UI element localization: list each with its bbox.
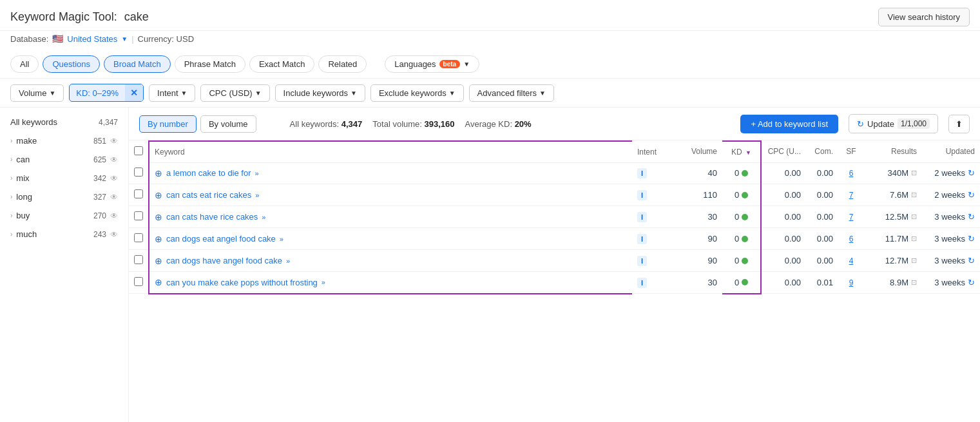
row-checkbox[interactable] xyxy=(134,255,143,264)
sf-link[interactable]: 9 xyxy=(849,278,854,287)
keyword-expand-icon[interactable]: » xyxy=(286,257,290,265)
keyword-link[interactable]: ⊕ can cats have rice cakes » xyxy=(155,212,627,222)
row-checkbox-cell[interactable] xyxy=(129,184,149,206)
sidebar-item-all-keywords[interactable]: All keywords 4,347 xyxy=(3,113,126,131)
row-kd-cell: 0 xyxy=(722,250,761,272)
keywords-table: Keyword Intent Volume KD ▼ CPC (U... Com… xyxy=(129,140,980,294)
col-header-results[interactable]: Results xyxy=(864,141,922,162)
refresh-row-icon[interactable]: ↻ xyxy=(968,234,975,244)
sidebar-count-make: 851 xyxy=(93,137,106,146)
sf-link[interactable]: 7 xyxy=(849,213,854,222)
row-checkbox-cell[interactable] xyxy=(129,228,149,250)
eye-mix-icon[interactable]: 👁 xyxy=(110,174,118,183)
refresh-row-icon[interactable]: ↻ xyxy=(968,168,975,178)
sidebar-item-long[interactable]: › long 327 👁 xyxy=(3,187,126,206)
row-checkbox[interactable] xyxy=(134,168,143,177)
refresh-row-icon[interactable]: ↻ xyxy=(968,256,975,265)
col-header-updated[interactable]: Updated xyxy=(922,141,980,162)
update-button[interactable]: ↻ Update 1/1,000 xyxy=(849,114,938,133)
chevron-make-icon: › xyxy=(10,137,12,144)
tab-phrase-match[interactable]: Phrase Match xyxy=(175,55,245,73)
view-history-button[interactable]: View search history xyxy=(878,8,970,26)
row-sf-cell[interactable]: 9 xyxy=(838,272,864,294)
filter-include-keywords[interactable]: Include keywords ▼ xyxy=(275,84,365,102)
filter-cpc[interactable]: CPC (USD) ▼ xyxy=(200,84,269,102)
row-intent-cell: I xyxy=(632,228,677,250)
keyword-expand-icon[interactable]: » xyxy=(322,278,325,286)
eye-can-icon[interactable]: 👁 xyxy=(110,155,118,164)
tab-related[interactable]: Related xyxy=(318,55,367,73)
col-header-com[interactable]: Com. xyxy=(806,141,838,162)
languages-button[interactable]: Languages beta ▼ xyxy=(385,55,479,73)
row-sf-cell[interactable]: 7 xyxy=(838,206,864,228)
row-sf-cell[interactable]: 6 xyxy=(838,162,864,184)
sort-by-number-button[interactable]: By number xyxy=(139,115,197,133)
eye-much-icon[interactable]: 👁 xyxy=(110,230,118,239)
sidebar-item-buy[interactable]: › buy 270 👁 xyxy=(3,206,126,225)
row-checkbox-cell[interactable] xyxy=(129,162,149,184)
row-checkbox-cell[interactable] xyxy=(129,250,149,272)
row-volume-cell: 40 xyxy=(677,162,722,184)
export-button[interactable]: ⬆ xyxy=(948,115,970,133)
sf-link[interactable]: 6 xyxy=(849,235,854,244)
row-checkbox[interactable] xyxy=(134,233,143,242)
col-header-checkbox[interactable] xyxy=(129,141,149,162)
row-cpc-cell: 0.00 xyxy=(761,228,806,250)
tab-all[interactable]: All xyxy=(10,55,39,73)
refresh-row-icon[interactable]: ↻ xyxy=(968,278,975,287)
refresh-row-icon[interactable]: ↻ xyxy=(968,212,975,222)
keyword-expand-icon[interactable]: » xyxy=(280,235,283,243)
tab-exact-match[interactable]: Exact Match xyxy=(249,55,315,73)
col-header-intent[interactable]: Intent xyxy=(632,141,677,162)
filter-volume[interactable]: Volume ▼ xyxy=(10,84,64,102)
sf-link[interactable]: 6 xyxy=(849,169,854,178)
row-checkbox[interactable] xyxy=(134,211,143,220)
refresh-row-icon[interactable]: ↻ xyxy=(968,190,975,200)
keyword-expand-icon[interactable]: » xyxy=(255,169,259,177)
row-checkbox-cell[interactable] xyxy=(129,206,149,228)
filter-intent[interactable]: Intent ▼ xyxy=(149,84,195,102)
sf-link[interactable]: 4 xyxy=(849,256,854,265)
col-header-cpc[interactable]: CPC (U... xyxy=(761,141,806,162)
row-keyword-cell: ⊕ can cats have rice cakes » xyxy=(149,206,632,228)
filter-exclude-keywords[interactable]: Exclude keywords ▼ xyxy=(370,84,464,102)
row-sf-cell[interactable]: 4 xyxy=(838,250,864,272)
filter-advanced[interactable]: Advanced filters ▼ xyxy=(469,84,554,102)
col-header-sf[interactable]: SF xyxy=(838,141,864,162)
sidebar-item-mix[interactable]: › mix 342 👁 xyxy=(3,169,126,187)
keyword-expand-icon[interactable]: » xyxy=(255,191,259,199)
col-header-kd[interactable]: KD ▼ xyxy=(722,141,761,162)
keyword-expand-icon[interactable]: » xyxy=(262,213,265,221)
sidebar-item-can[interactable]: › can 625 👁 xyxy=(3,150,126,169)
sidebar-item-much[interactable]: › much 243 👁 xyxy=(3,225,126,244)
sort-by-volume-button[interactable]: By volume xyxy=(200,115,256,133)
row-checkbox-cell[interactable] xyxy=(129,272,149,294)
keyword-link[interactable]: ⊕ a lemon cake to die for » xyxy=(155,168,627,178)
chevron-country[interactable]: ▼ xyxy=(121,35,128,43)
eye-make-icon[interactable]: 👁 xyxy=(110,137,118,146)
keyword-link[interactable]: ⊕ can cats eat rice cakes » xyxy=(155,190,627,200)
avg-kd-value: 20% xyxy=(515,119,532,129)
eye-buy-icon[interactable]: 👁 xyxy=(110,211,118,220)
row-checkbox[interactable] xyxy=(134,189,143,198)
country-link[interactable]: United States xyxy=(67,34,117,44)
select-all-checkbox[interactable] xyxy=(134,146,143,155)
col-header-volume[interactable]: Volume xyxy=(677,141,722,162)
eye-long-icon[interactable]: 👁 xyxy=(110,193,118,202)
tab-broad-match[interactable]: Broad Match xyxy=(104,55,171,73)
filter-kd-clear-button[interactable]: ✕ xyxy=(125,84,143,101)
sf-link[interactable]: 7 xyxy=(849,191,854,200)
col-header-keyword[interactable]: Keyword xyxy=(149,141,632,162)
sidebar-item-make[interactable]: › make 851 👁 xyxy=(3,131,126,150)
keyword-link[interactable]: ⊕ can you make cake pops without frostin… xyxy=(155,277,627,287)
row-checkbox[interactable] xyxy=(134,277,143,286)
row-updated-cell: 3 weeks ↻ xyxy=(922,272,980,294)
row-sf-cell[interactable]: 7 xyxy=(838,184,864,206)
keyword-link[interactable]: ⊕ can dogs have angel food cake » xyxy=(155,256,627,266)
kd-value: 0 xyxy=(735,190,739,200)
keyword-link[interactable]: ⊕ can dogs eat angel food cake » xyxy=(155,234,627,244)
add-to-keyword-list-button[interactable]: + Add to keyword list xyxy=(740,115,838,133)
tab-questions[interactable]: Questions xyxy=(43,55,100,73)
row-sf-cell[interactable]: 6 xyxy=(838,228,864,250)
row-results-cell: 340M ⊡ xyxy=(864,162,922,184)
